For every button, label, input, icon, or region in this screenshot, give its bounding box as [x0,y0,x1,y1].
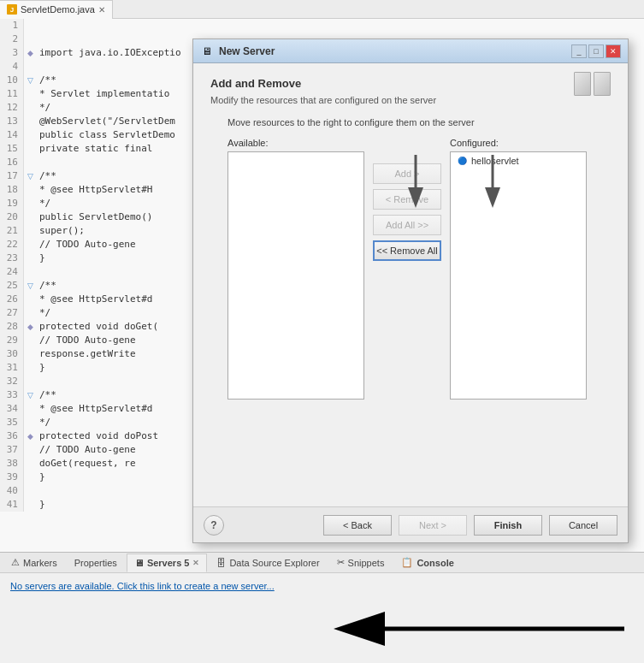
add-button[interactable]: Add > [373,163,441,184]
dialog-header: Add and Remove [210,77,611,90]
available-list[interactable] [227,151,364,400]
bottom-tabs: ⚠ Markers Properties 🖥 Servers 5 ✕ 🗄 Dat… [0,553,644,573]
data-source-icon: 🗄 [216,558,226,568]
next-button[interactable]: Next > [399,515,467,536]
servers-icon: 🖥 [134,558,144,568]
snippets-icon: ✂ [337,557,345,568]
code-line: 32 [0,375,192,388]
code-line: 39 } [0,471,192,484]
servers-label: Servers 5 [147,558,190,568]
resource-panels: Available: Add > < Remove Add All >> << … [193,138,628,400]
snippets-label: Snippets [348,558,385,568]
servers-tab-close[interactable]: ✕ [192,559,199,567]
console-label: Console [417,558,453,568]
dialog-bottom-bar: ? < Back Next > Finish Cancel [193,506,628,542]
available-panel: Available: [227,138,364,400]
servlet-icon: 🔵 [456,155,468,167]
server-icon-area [574,72,611,96]
configured-panel: Configured: 🔵 helloservlet [450,138,587,400]
code-line: 41} [0,498,192,512]
tab-markers[interactable]: ⚠ Markers [3,553,65,572]
remove-button[interactable]: < Remove [373,189,441,210]
code-line: 12 */ [0,101,192,115]
server-icon-1 [574,72,591,96]
code-line: 22 // TODO Auto-gene [0,238,192,252]
dialog-minimize-button[interactable]: _ [571,44,587,58]
bottom-content: No servers are available. Click this lin… [0,573,644,599]
code-line: 21 super(); [0,224,192,238]
code-line: 13@WebServlet("/ServletDem [0,115,192,128]
properties-label: Properties [74,558,117,568]
create-server-link[interactable]: No servers are available. Click this lin… [10,581,275,591]
code-line: 18 * @see HttpServlet#H [0,183,192,197]
dialog-subtitle: Modify the resources that are configured… [210,95,611,105]
code-line: 31 } [0,361,192,375]
dialog-title-icon: 🖥 [200,44,214,58]
code-line: 23 } [0,252,192,265]
configured-list[interactable]: 🔵 helloservlet [450,151,587,400]
tab-data-source-explorer[interactable]: 🗄 Data Source Explorer [209,553,327,572]
tab-snippets[interactable]: ✂ Snippets [329,553,393,572]
code-line: 33▽ /** [0,388,192,402]
code-line: 4 [0,60,192,74]
bottom-panel: ⚠ Markers Properties 🖥 Servers 5 ✕ 🗄 Dat… [0,552,644,663]
console-icon: 📋 [401,557,413,568]
data-source-label: Data Source Explorer [229,558,319,568]
dialog-title-text: New Server [219,45,566,57]
big-arrow [334,612,633,654]
code-line: 28◆ protected void doGet( [0,320,192,334]
code-line: 27 */ [0,306,192,320]
add-all-button[interactable]: Add All >> [373,215,441,235]
code-line: 38 doGet(request, re [0,457,192,471]
code-line: 16 [0,156,192,169]
dialog-maximize-button[interactable]: □ [588,44,604,58]
code-line: 1 [0,19,192,33]
middle-buttons: Add > < Remove Add All >> << Remove All [364,138,450,261]
editor-tab-label: ServletDemo.java [21,4,95,15]
finish-button[interactable]: Finish [474,515,542,536]
code-line: 37 // TODO Auto-gene [0,443,192,457]
code-line: 15 private static final [0,142,192,156]
code-line: 24 [0,265,192,279]
code-line: 25▽ /** [0,279,192,293]
dialog-content-area: Add and Remove Modify the resources that… [193,63,628,143]
tab-console[interactable]: 📋 Console [393,553,461,572]
code-line: 3◆import java.io.IOExceptio [0,46,192,60]
available-label: Available: [227,138,364,148]
editor-tab-close[interactable]: ✕ [98,5,105,15]
code-line: 14public class ServletDemo [0,128,192,142]
new-server-dialog: 🖥 New Server _ □ ✕ Add and Remove Modify… [192,38,629,543]
markers-icon: ⚠ [11,557,20,568]
configured-item-helloservlet: 🔵 helloservlet [451,152,586,169]
tab-properties[interactable]: Properties [67,553,125,572]
remove-all-button[interactable]: << Remove All [373,240,441,261]
server-icon-2 [594,72,611,96]
cancel-button[interactable]: Cancel [549,515,617,536]
code-editor: 123◆import java.io.IOExceptio410▽/**11 *… [0,19,192,552]
dialog-close-button[interactable]: ✕ [606,44,621,58]
back-button[interactable]: < Back [323,515,392,536]
code-line: 17▽ /** [0,169,192,183]
java-file-icon: J [7,4,17,15]
code-line: 26 * @see HttpServlet#d [0,293,192,306]
editor-tab-bar: J ServletDemo.java ✕ [0,0,644,19]
code-line: 19 */ [0,197,192,210]
code-line: 35 */ [0,416,192,429]
code-line: 2 [0,33,192,46]
code-line: 34 * @see HttpServlet#d [0,402,192,416]
dialog-titlebar: 🖥 New Server _ □ ✕ [193,39,628,63]
code-line: 20 public ServletDemo() [0,210,192,224]
code-line: 30 response.getWrite [0,347,192,361]
dialog-title-buttons: _ □ ✕ [571,44,621,58]
code-line: 10▽/** [0,74,192,87]
tab-servers[interactable]: 🖥 Servers 5 ✕ [127,553,208,572]
editor-tab-servletdemo[interactable]: J ServletDemo.java ✕ [0,0,113,19]
code-line: 29 // TODO Auto-gene [0,334,192,347]
configured-label: Configured: [450,138,587,148]
helloservlet-label: helloservlet [471,156,519,166]
markers-label: Markers [23,558,57,568]
code-line: 11 * Servlet implementatio [0,87,192,101]
code-line: 36◆ protected void doPost [0,429,192,443]
help-button[interactable]: ? [204,515,224,536]
code-line: 40 [0,484,192,498]
